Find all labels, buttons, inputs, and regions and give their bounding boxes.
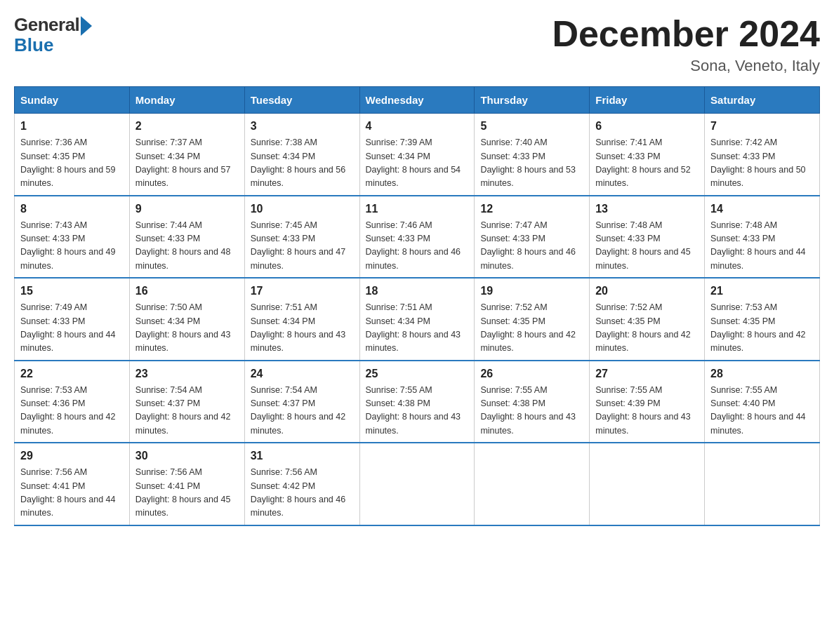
calendar-cell: 28 Sunrise: 7:55 AM Sunset: 4:40 PM Dayl… (705, 361, 820, 443)
calendar-cell: 7 Sunrise: 7:42 AM Sunset: 4:33 PM Dayli… (705, 114, 820, 196)
day-number: 13 (595, 201, 699, 217)
day-number: 12 (480, 201, 583, 217)
day-info: Sunrise: 7:48 AM Sunset: 4:33 PM Dayligh… (710, 219, 814, 274)
logo-blue-text: Blue (14, 34, 53, 56)
day-info: Sunrise: 7:41 AM Sunset: 4:33 PM Dayligh… (595, 136, 699, 191)
daylight-label: Daylight: 8 hours and 49 minutes. (20, 247, 116, 270)
day-info: Sunrise: 7:52 AM Sunset: 4:35 PM Dayligh… (595, 301, 699, 356)
month-title: December 2024 (552, 14, 820, 54)
calendar-cell: 25 Sunrise: 7:55 AM Sunset: 4:38 PM Dayl… (359, 361, 475, 443)
calendar-cell: 21 Sunrise: 7:53 AM Sunset: 4:35 PM Dayl… (705, 278, 820, 361)
calendar-cell: 10 Sunrise: 7:45 AM Sunset: 4:33 PM Dayl… (244, 196, 359, 279)
day-info: Sunrise: 7:55 AM Sunset: 4:38 PM Dayligh… (480, 384, 583, 438)
day-number: 5 (480, 118, 583, 135)
sunset-label: Sunset: 4:33 PM (366, 234, 430, 243)
day-number: 4 (366, 118, 469, 135)
day-number: 18 (366, 283, 469, 300)
calendar-cell: 24 Sunrise: 7:54 AM Sunset: 4:37 PM Dayl… (244, 361, 359, 443)
sunset-label: Sunset: 4:33 PM (20, 234, 85, 243)
day-info: Sunrise: 7:54 AM Sunset: 4:37 PM Dayligh… (135, 384, 239, 438)
day-number: 15 (20, 283, 124, 300)
calendar-cell: 9 Sunrise: 7:44 AM Sunset: 4:33 PM Dayli… (129, 196, 244, 279)
calendar-cell: 13 Sunrise: 7:48 AM Sunset: 4:33 PM Dayl… (590, 196, 705, 279)
calendar-header-row: SundayMondayTuesdayWednesdayThursdayFrid… (15, 87, 820, 114)
sunset-label: Sunset: 4:33 PM (710, 234, 775, 243)
daylight-label: Daylight: 8 hours and 42 minutes. (710, 330, 806, 353)
sunset-label: Sunset: 4:33 PM (135, 234, 200, 243)
calendar-cell: 1 Sunrise: 7:36 AM Sunset: 4:35 PM Dayli… (15, 114, 130, 196)
sunset-label: Sunset: 4:35 PM (710, 316, 775, 326)
day-info: Sunrise: 7:56 AM Sunset: 4:42 PM Dayligh… (251, 466, 354, 521)
sunset-label: Sunset: 4:37 PM (251, 398, 315, 408)
calendar-cell: 11 Sunrise: 7:46 AM Sunset: 4:33 PM Dayl… (359, 196, 475, 279)
sunset-label: Sunset: 4:35 PM (480, 316, 545, 326)
calendar-cell: 20 Sunrise: 7:52 AM Sunset: 4:35 PM Dayl… (590, 278, 705, 361)
day-header-sunday: Sunday (15, 87, 130, 114)
sunset-label: Sunset: 4:42 PM (251, 481, 315, 491)
daylight-label: Daylight: 8 hours and 43 minutes. (366, 330, 461, 353)
day-number: 24 (251, 365, 354, 382)
sunrise-label: Sunrise: 7:56 AM (135, 467, 202, 477)
sunset-label: Sunset: 4:40 PM (710, 398, 775, 408)
sunset-label: Sunset: 4:33 PM (480, 234, 545, 243)
sunrise-label: Sunrise: 7:41 AM (595, 137, 662, 147)
day-number: 21 (710, 283, 814, 300)
calendar-cell: 17 Sunrise: 7:51 AM Sunset: 4:34 PM Dayl… (244, 278, 359, 361)
sunset-label: Sunset: 4:34 PM (135, 316, 200, 326)
location-title: Sona, Veneto, Italy (552, 57, 820, 75)
sunrise-label: Sunrise: 7:56 AM (20, 467, 87, 477)
sunrise-label: Sunrise: 7:40 AM (480, 137, 547, 147)
sunset-label: Sunset: 4:39 PM (595, 398, 660, 408)
calendar-cell: 26 Sunrise: 7:55 AM Sunset: 4:38 PM Dayl… (475, 361, 590, 443)
day-number: 30 (135, 448, 239, 464)
sunrise-label: Sunrise: 7:48 AM (595, 220, 662, 230)
sunrise-label: Sunrise: 7:52 AM (595, 302, 662, 312)
day-info: Sunrise: 7:54 AM Sunset: 4:37 PM Dayligh… (251, 384, 354, 438)
day-number: 22 (20, 365, 124, 382)
sunrise-label: Sunrise: 7:49 AM (20, 302, 87, 312)
day-header-monday: Monday (129, 87, 244, 114)
calendar-cell: 22 Sunrise: 7:53 AM Sunset: 4:36 PM Dayl… (15, 361, 130, 443)
sunrise-label: Sunrise: 7:45 AM (251, 220, 317, 230)
day-info: Sunrise: 7:38 AM Sunset: 4:34 PM Dayligh… (251, 136, 354, 191)
page-header: General Blue December 2024 Sona, Veneto,… (14, 14, 820, 75)
calendar-cell: 4 Sunrise: 7:39 AM Sunset: 4:34 PM Dayli… (359, 114, 475, 196)
logo-arrow-icon (81, 16, 92, 36)
day-number: 25 (366, 365, 469, 382)
day-number: 17 (251, 283, 354, 300)
day-info: Sunrise: 7:43 AM Sunset: 4:33 PM Dayligh… (20, 219, 124, 274)
day-info: Sunrise: 7:49 AM Sunset: 4:33 PM Dayligh… (20, 301, 124, 356)
calendar-cell: 27 Sunrise: 7:55 AM Sunset: 4:39 PM Dayl… (590, 361, 705, 443)
sunset-label: Sunset: 4:41 PM (135, 481, 200, 491)
sunrise-label: Sunrise: 7:55 AM (595, 385, 662, 395)
logo: General Blue (14, 14, 92, 56)
day-info: Sunrise: 7:56 AM Sunset: 4:41 PM Dayligh… (135, 466, 239, 521)
day-number: 2 (135, 118, 239, 135)
calendar-cell: 8 Sunrise: 7:43 AM Sunset: 4:33 PM Dayli… (15, 196, 130, 279)
calendar-week-row: 29 Sunrise: 7:56 AM Sunset: 4:41 PM Dayl… (15, 443, 820, 525)
sunset-label: Sunset: 4:35 PM (20, 152, 85, 161)
sunrise-label: Sunrise: 7:46 AM (366, 220, 432, 230)
calendar-cell (475, 443, 590, 525)
sunrise-label: Sunrise: 7:36 AM (20, 137, 87, 147)
sunset-label: Sunset: 4:35 PM (595, 316, 660, 326)
daylight-label: Daylight: 8 hours and 44 minutes. (20, 330, 116, 353)
sunset-label: Sunset: 4:33 PM (595, 234, 660, 243)
sunrise-label: Sunrise: 7:55 AM (480, 385, 547, 395)
daylight-label: Daylight: 8 hours and 45 minutes. (135, 495, 231, 518)
day-info: Sunrise: 7:47 AM Sunset: 4:33 PM Dayligh… (480, 219, 583, 274)
daylight-label: Daylight: 8 hours and 42 minutes. (595, 330, 691, 353)
daylight-label: Daylight: 8 hours and 42 minutes. (135, 412, 231, 435)
sunset-label: Sunset: 4:38 PM (366, 398, 430, 408)
sunset-label: Sunset: 4:34 PM (251, 152, 315, 161)
sunrise-label: Sunrise: 7:54 AM (135, 385, 202, 395)
day-header-thursday: Thursday (475, 87, 590, 114)
daylight-label: Daylight: 8 hours and 54 minutes. (366, 165, 461, 188)
daylight-label: Daylight: 8 hours and 57 minutes. (135, 165, 231, 188)
day-info: Sunrise: 7:37 AM Sunset: 4:34 PM Dayligh… (135, 136, 239, 191)
sunrise-label: Sunrise: 7:55 AM (366, 385, 432, 395)
day-info: Sunrise: 7:56 AM Sunset: 4:41 PM Dayligh… (20, 466, 124, 521)
calendar-week-row: 1 Sunrise: 7:36 AM Sunset: 4:35 PM Dayli… (15, 114, 820, 196)
day-number: 14 (710, 201, 814, 217)
calendar-cell: 14 Sunrise: 7:48 AM Sunset: 4:33 PM Dayl… (705, 196, 820, 279)
